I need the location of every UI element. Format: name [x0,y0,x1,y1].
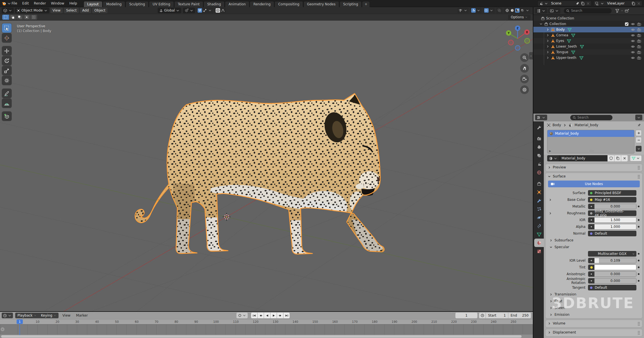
workspace-tab-layout[interactable]: Layout [84,1,102,7]
copy-material-button[interactable] [614,155,621,161]
surface-panel-header[interactable]: Surface [545,173,643,180]
new-collection-icon[interactable] [625,8,629,13]
remove-viewlayer-icon[interactable] [637,1,641,6]
eye-icon[interactable] [631,28,635,32]
select-mode-intersect[interactable] [30,15,37,20]
next-keyframe-button[interactable] [277,313,283,318]
workspace-tab-uv-editing[interactable]: UV Editing [149,1,174,7]
keyframe-dot[interactable] [636,206,641,207]
xray-toggle[interactable] [496,8,502,13]
properties-tab-scene[interactable] [534,160,544,168]
outliner-row-scene-collection[interactable]: Scene Collection [533,15,644,21]
wireframe-shading-icon[interactable] [505,8,509,13]
material-name-field[interactable]: Material_body [559,155,607,161]
expander-icon[interactable] [539,22,543,26]
keyframe-dot[interactable] [636,253,641,255]
workspace-tab-scripting[interactable]: Scripting [339,1,362,7]
camera-render-icon[interactable] [637,45,641,49]
outliner-editor-type-button[interactable] [535,8,547,14]
select-mode-extend[interactable] [9,15,16,20]
properties-tab-render[interactable] [534,134,544,143]
breadcrumb-material[interactable]: Material_body [574,123,598,127]
expander-icon[interactable] [548,198,553,202]
properties-tab-tool[interactable] [534,123,544,132]
remove-slot-button[interactable] [636,137,642,143]
filter-icon[interactable] [615,8,620,13]
zoom-button[interactable] [520,53,529,62]
new-viewlayer-icon[interactable] [631,1,636,6]
current-frame-field[interactable]: 1 [455,313,477,318]
properties-search-input[interactable] [578,115,610,119]
playhead-badge[interactable]: 1 [17,319,23,324]
snap-target-icon[interactable] [203,8,207,13]
pin-icon[interactable] [575,1,580,6]
material-slot-list[interactable]: Material_body ▶:::: [547,130,634,154]
editor-type-button[interactable] [2,8,14,13]
menu-file[interactable]: File [9,1,20,6]
eye-icon[interactable] [631,50,635,54]
eye-icon[interactable] [631,56,635,60]
properties-tab-object[interactable] [534,188,544,196]
specular-panel-header[interactable]: Specular [545,244,643,250]
slider-metallic[interactable]: 0.000 [588,204,636,209]
color-field-tint[interactable] [588,264,636,270]
play-button[interactable] [270,313,277,318]
workspace-tab-geometry-nodes[interactable]: Geometry Nodes [303,1,339,7]
outliner-row-upper-teeth[interactable]: Upper-teeth [533,55,644,61]
use-nodes-button[interactable]: Use Nodes [548,181,640,187]
coat-panel-header[interactable]: Coat [545,298,643,304]
tool-move[interactable] [2,46,12,55]
timeline-ruler[interactable]: 1020304050607080901001101201301401501601… [0,319,533,324]
tool-annotate[interactable] [2,89,12,98]
camera-render-icon[interactable] [637,33,641,37]
gizmos-toggle[interactable] [470,8,482,13]
tool-scale[interactable] [2,66,12,75]
properties-tab-output[interactable] [534,143,544,151]
timeline-editor-type-button[interactable] [2,313,13,318]
jump-to-end-button[interactable] [283,313,290,318]
node-input-roughness[interactable]: Body_Glossiness-4K.png [588,210,636,216]
properties-tab-modifiers[interactable] [534,196,544,205]
eye-icon[interactable] [631,22,635,26]
keyframe-dot[interactable] [636,280,641,282]
new-scene-icon[interactable] [581,1,585,6]
workspace-tab-animation[interactable]: Animation [225,1,249,7]
keyframe-dot[interactable] [636,273,641,275]
tool-rotate[interactable] [2,56,12,65]
eye-icon[interactable] [631,39,635,43]
node-input-normal[interactable]: Default [588,231,636,236]
tool-cursor-3d[interactable] [2,33,12,43]
expander-icon[interactable] [546,45,550,48]
tool-transform[interactable] [2,76,12,85]
drag-handle[interactable] [638,331,639,332]
slider-anisotropic[interactable]: 0.000 [588,271,636,277]
emission-panel-header[interactable]: Emission [545,311,643,318]
start-frame-field[interactable]: Start 1 [486,313,508,318]
add-workspace-button[interactable]: + [362,1,370,7]
scene-selector[interactable]: Scene [537,1,592,6]
drag-handle[interactable] [638,166,639,167]
subsurface-panel-header[interactable]: Subsurface [545,237,643,244]
channel-expand-toggle[interactable]: › [1,327,5,331]
jump-to-start-button[interactable] [251,313,257,318]
expander-icon[interactable] [546,56,550,60]
properties-editor-type-button[interactable] [535,115,547,120]
select-mode-set[interactable] [2,15,9,20]
eye-icon[interactable] [631,45,635,49]
sheen-panel-header[interactable]: Sheen [545,304,643,311]
unlink-scene-icon[interactable] [586,1,590,6]
slider-anisotropic-rotation[interactable]: 0.000 [588,278,636,284]
properties-tab-constraints[interactable] [534,222,544,230]
menu-help[interactable]: Help [67,1,79,6]
properties-tab-texture[interactable] [534,247,544,255]
dropdown-multiscatter-ggx[interactable]: Multiscatter GGX [588,251,636,257]
tool-select-box[interactable] [2,23,12,33]
material-preview-shading-icon[interactable] [515,8,520,13]
camera-render-icon[interactable] [637,50,641,54]
properties-tab-world[interactable] [534,168,544,177]
viewport-3d[interactable]: User Perspective (1) Collection | Body Z… [0,21,533,311]
properties-options-button[interactable] [635,115,642,120]
keyframe-dot[interactable] [636,260,641,261]
options-dropdown[interactable]: Options [508,15,531,20]
properties-tab-physics[interactable] [534,213,544,222]
